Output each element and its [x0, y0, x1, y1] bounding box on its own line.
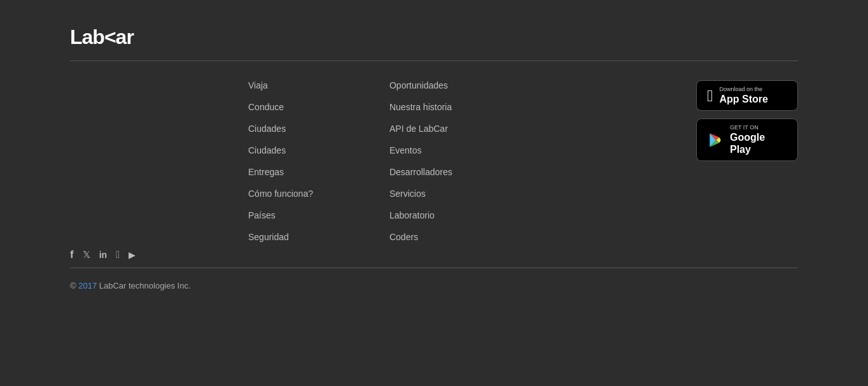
app-store-button[interactable]:  Download on the App Store — [696, 80, 798, 111]
copyright-section: © 2017 LabCar technologies Inc. — [70, 280, 798, 291]
app-buttons:  Download on the App Store GET IT ON Go — [696, 80, 798, 161]
nav-link-api-labcar[interactable]: API de LabCar — [389, 124, 452, 134]
apple-social-icon[interactable]:  — [116, 249, 120, 261]
copyright-year: 2017 — [78, 281, 97, 290]
nav-link-laboratorio[interactable]: Laboratorio — [389, 210, 452, 220]
nav-column-2: Oportunidades Nuestra historia API de La… — [389, 80, 452, 242]
main-content: Viaja Conduce Ciudades Ciudades Entregas… — [70, 80, 798, 242]
nav-link-coders[interactable]: Coders — [389, 232, 452, 242]
app-store-main-label: App Store — [720, 93, 768, 105]
nav-link-eventos[interactable]: Eventos — [389, 145, 452, 155]
google-play-icon — [707, 132, 724, 148]
nav-link-ciudades2[interactable]: Ciudades — [248, 145, 313, 155]
top-divider — [70, 61, 798, 61]
nav-link-seguridad[interactable]: Seguridad — [248, 232, 313, 242]
logo-section: Lab<ar — [70, 25, 798, 49]
apple-icon:  — [707, 87, 713, 104]
google-play-main-label: Google Play — [730, 131, 787, 155]
nav-link-desarrolladores[interactable]: Desarrolladores — [389, 167, 452, 177]
twitter-icon[interactable]: 𝕏 — [83, 249, 90, 261]
nav-column-1: Viaja Conduce Ciudades Ciudades Entregas… — [248, 80, 313, 242]
nav-link-conduce[interactable]: Conduce — [248, 102, 313, 112]
nav-link-paises[interactable]: Países — [248, 210, 313, 220]
nav-link-entregas[interactable]: Entregas — [248, 167, 313, 177]
copyright-text: © 2017 LabCar technologies Inc. — [70, 281, 191, 290]
bottom-divider — [70, 268, 798, 268]
nav-link-servicios[interactable]: Servicios — [389, 189, 452, 199]
nav-columns: Viaja Conduce Ciudades Ciudades Entregas… — [248, 80, 696, 242]
youtube-icon[interactable]: ▶ — [129, 250, 136, 260]
brand-logo: Lab<ar — [70, 25, 134, 48]
footer: Lab<ar Viaja Conduce Ciudades Ciudades E… — [0, 0, 868, 310]
nav-link-nuestra-historia[interactable]: Nuestra historia — [389, 102, 452, 112]
nav-link-viaja[interactable]: Viaja — [248, 80, 313, 90]
facebook-icon[interactable]: f — [70, 248, 74, 261]
google-play-text: GET IT ON Google Play — [730, 124, 787, 155]
nav-link-como-funciona[interactable]: Cómo funciona? — [248, 189, 313, 199]
google-play-button[interactable]: GET IT ON Google Play — [696, 118, 798, 161]
google-play-sub-label: GET IT ON — [730, 124, 787, 131]
app-store-text: Download on the App Store — [720, 86, 768, 105]
app-store-sub-label: Download on the — [720, 86, 768, 93]
nav-link-ciudades1[interactable]: Ciudades — [248, 124, 313, 134]
linkedin-icon[interactable]: in — [99, 250, 107, 260]
nav-link-oportunidades[interactable]: Oportunidades — [389, 80, 452, 90]
social-section: f 𝕏 in  ▶ — [70, 248, 798, 261]
